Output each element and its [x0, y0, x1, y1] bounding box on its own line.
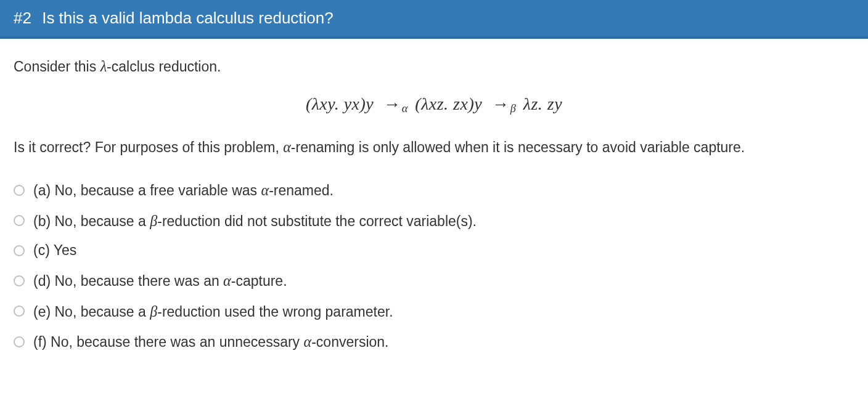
option-e[interactable]: (e) No, because a β-reduction used the w…	[14, 296, 854, 327]
question-header: #2 Is this a valid lambda calculus reduc…	[0, 0, 868, 39]
option-label: (a) No, because a free variable was α-re…	[33, 179, 334, 202]
option-a[interactable]: (a) No, because a free variable was α-re…	[14, 175, 854, 206]
option-text-pre: (d) No, because there was an	[33, 273, 223, 289]
radio-icon[interactable]	[14, 306, 25, 317]
option-text-post: -reduction used the wrong parameter.	[157, 304, 393, 320]
option-text-pre: (e) No, because a	[33, 304, 150, 320]
option-label: (b) No, because a β-reduction did not su…	[33, 209, 477, 233]
question-number: #2	[14, 9, 31, 27]
question-intro: Consider this λ-calclus reduction.	[14, 55, 854, 78]
option-text-post: -capture.	[231, 273, 287, 289]
option-c[interactable]: (c) Yes	[14, 236, 854, 265]
greek-symbol: α	[223, 272, 231, 289]
radio-icon[interactable]	[14, 336, 25, 347]
followup-after: -renaming is only allowed when it is nec…	[291, 139, 745, 155]
option-b[interactable]: (b) No, because a β-reduction did not su…	[14, 206, 854, 237]
option-label: (f) No, because there was an unnecessary…	[33, 330, 388, 354]
greek-symbol: α	[304, 333, 312, 350]
option-label: (d) No, because there was an α-capture.	[33, 269, 287, 293]
option-text-post: -conversion.	[311, 334, 388, 350]
greek-symbol: β	[150, 213, 157, 229]
option-d[interactable]: (d) No, because there was an α-capture.	[14, 265, 854, 296]
followup-before: Is it correct? For purposes of this prob…	[14, 139, 283, 155]
answer-options: (a) No, because a free variable was α-re…	[14, 175, 854, 357]
lambda-equation: (λxy. yx)y →α (λxz. zx)y →β λz. zy	[14, 91, 854, 118]
option-text-pre: (a) No, because a free variable was	[33, 182, 261, 198]
greek-symbol: β	[150, 303, 157, 320]
option-label: (e) No, because a β-reduction used the w…	[33, 300, 393, 323]
question-body: Consider this λ-calclus reduction. (λxy.…	[0, 39, 868, 363]
lambda-symbol: λ	[100, 58, 107, 75]
intro-text-before: Consider this	[14, 59, 100, 75]
radio-icon[interactable]	[14, 245, 25, 256]
option-text-pre: (c) Yes	[33, 242, 76, 258]
radio-icon[interactable]	[14, 215, 25, 226]
option-text-pre: (b) No, because a	[33, 213, 150, 229]
intro-text-after: -calclus reduction.	[107, 59, 221, 75]
option-text-post: -renamed.	[269, 182, 334, 198]
radio-icon[interactable]	[14, 185, 25, 196]
alpha-symbol: α	[283, 139, 291, 155]
question-title: Is this a valid lambda calculus reductio…	[42, 9, 334, 27]
option-text-post: -reduction did not substitute the correc…	[157, 213, 477, 229]
question-followup: Is it correct? For purposes of this prob…	[14, 136, 854, 159]
option-f[interactable]: (f) No, because there was an unnecessary…	[14, 326, 854, 357]
option-label: (c) Yes	[33, 240, 76, 262]
radio-icon[interactable]	[14, 275, 25, 286]
option-text-pre: (f) No, because there was an unnecessary	[33, 334, 304, 350]
greek-symbol: α	[261, 182, 269, 198]
